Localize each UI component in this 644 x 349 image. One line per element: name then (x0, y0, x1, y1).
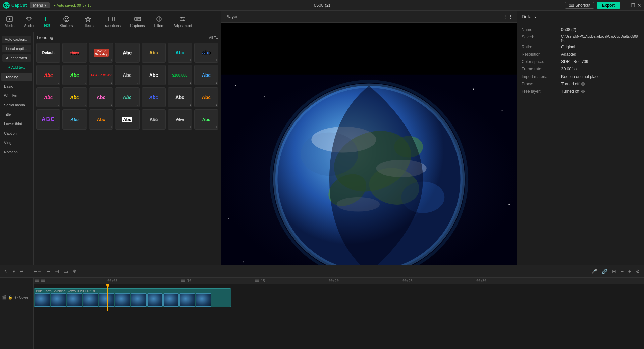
text-item-money[interactable]: $100,000 ↓ (168, 65, 192, 85)
ruler-mark-4: 00:20 (329, 279, 339, 283)
text-item-abc2[interactable]: Abc ↓ (142, 43, 166, 63)
frame-5 (99, 293, 114, 307)
svg-point-19 (183, 19, 184, 21)
text-item-abc1[interactable]: Abc ↓ (115, 43, 139, 63)
text-item-abc4[interactable]: Abc ↓ (194, 43, 218, 63)
sidebar-item-lower-third[interactable]: Lower third (1, 120, 32, 128)
freelayer-label: Free layer: (522, 89, 558, 94)
ruler-mark-2: 00:10 (181, 279, 191, 283)
text-item-ticker[interactable]: TICKER NEWS ↓ (89, 65, 113, 85)
text-item-abc8[interactable]: Abc ↓ (142, 65, 166, 85)
export-button[interactable]: Export (597, 2, 620, 9)
link-button[interactable]: 🔗 (600, 268, 609, 275)
player-menu-icon[interactable]: ⋮⋮ (504, 14, 513, 19)
text-preview: Abc (70, 72, 79, 78)
text-item-ABC6[interactable]: Abc ↓ (168, 109, 192, 130)
tool-media[interactable]: Media (0, 14, 19, 29)
undo-button[interactable]: ↩ (18, 268, 25, 275)
text-item-abc5[interactable]: Abc ↓ (36, 65, 60, 85)
text-item-nice-day[interactable]: HAVE ANice day ↓ (89, 43, 113, 63)
tl-right-controls: 🎤 🔗 ⊞ − + ⚙ (590, 268, 641, 275)
sidebar-item-social-media[interactable]: Social media (1, 101, 32, 109)
download-icon: ↓ (58, 103, 60, 106)
svg-point-22 (235, 85, 236, 86)
colorspace-value: SDR - Rec.709 (561, 59, 639, 64)
tool-text-label: Text (43, 23, 50, 27)
filter-button[interactable]: All T≡ (209, 36, 218, 40)
tool-captions[interactable]: Captions (125, 14, 149, 29)
tool-adjustment[interactable]: Adjustment (169, 14, 197, 29)
text-preview: Abc (176, 117, 184, 122)
tool-text[interactable]: T Text (38, 14, 55, 29)
text-item-default[interactable]: Default (36, 43, 60, 63)
local-caption-button[interactable]: Local capti... (2, 45, 31, 52)
text-item-ABC7[interactable]: Abc ↓ (194, 109, 218, 130)
zoom-out-button[interactable]: − (620, 268, 625, 275)
text-item-abc15[interactable]: Abc ↓ (168, 87, 192, 107)
text-item-ABC2[interactable]: Abc ↓ (62, 109, 87, 130)
tool-filters[interactable]: Filters (149, 14, 169, 29)
video-clip[interactable]: Blue Earth Spinning Slowly 00:00:13:18 (34, 288, 231, 307)
text-items-grid: Default video ↓ HAVE ANice day ↓ Abc ↓ (36, 43, 218, 130)
restore-button[interactable]: ❐ (631, 3, 635, 8)
frame-3 (67, 293, 82, 307)
text-item-abc14[interactable]: Abc ↓ (142, 87, 166, 107)
freeze-button[interactable]: ❄ (71, 268, 78, 275)
close-button[interactable]: ✕ (637, 3, 641, 8)
download-icon: ↓ (137, 103, 139, 106)
text-item-video[interactable]: video ↓ (62, 43, 87, 63)
split-button[interactable]: ⊢⊣ (32, 268, 43, 275)
frame-6 (115, 293, 130, 307)
text-item-abc6[interactable]: Abc ↓ (62, 65, 87, 85)
text-item-abc16[interactable]: Abc ↓ (194, 87, 218, 107)
tool-transitions[interactable]: Transitions (98, 14, 125, 29)
crop-button[interactable]: ▭ (62, 268, 69, 275)
select-mode-button[interactable]: ▾ (11, 268, 16, 275)
tool-captions-label: Captions (130, 23, 145, 28)
tool-effects[interactable]: Effects (77, 14, 98, 29)
sidebar-item-caption[interactable]: Caption (1, 129, 32, 137)
download-icon: ↓ (111, 58, 112, 62)
text-item-ABC1[interactable]: ABC ↓ (36, 109, 60, 130)
text-item-abc7[interactable]: Abc ↓ (115, 65, 139, 85)
trim-right-button[interactable]: ⊣ (54, 268, 60, 275)
text-item-ABC5[interactable]: Abc ↓ (142, 109, 166, 130)
minimize-button[interactable]: — (624, 3, 629, 8)
text-item-abc13[interactable]: Abc ↓ (115, 87, 139, 107)
zoom-in-button[interactable]: + (627, 268, 632, 275)
trim-left-button[interactable]: ⊢ (45, 268, 52, 275)
sidebar-item-notation[interactable]: Notation (1, 148, 32, 156)
sidebar-item-vlog[interactable]: Vlog (1, 139, 32, 147)
shortcut-button[interactable]: ⌨ Shortcut (565, 2, 594, 9)
sidebar-item-basic[interactable]: Basic (1, 82, 32, 90)
text-item-abc10[interactable]: Abc ↓ (36, 87, 60, 107)
tool-audio[interactable]: Audio (19, 14, 38, 29)
download-icon: ↓ (216, 125, 218, 129)
settings-button[interactable]: ⚙ (634, 268, 641, 275)
snap-button[interactable]: ⊞ (611, 268, 618, 275)
saved-label: Saved: (522, 35, 558, 39)
text-item-ABC3[interactable]: Abc ↓ (89, 109, 113, 130)
auto-caption-button[interactable]: Auto caption... (2, 36, 31, 43)
sidebar-item-title[interactable]: Title (1, 110, 32, 118)
text-item-abc3[interactable]: Abc ↓ (168, 43, 192, 63)
text-item-abc9[interactable]: Abc ↓ (194, 65, 218, 85)
tool-stickers[interactable]: Stickers (55, 14, 77, 29)
audio-record-button[interactable]: 🎤 (590, 268, 598, 275)
video-track: Blue Earth Spinning Slowly 00:00:13:18 (34, 284, 644, 311)
ratio-label: Ratio: (522, 45, 558, 49)
text-preview: Abc (70, 95, 79, 100)
menu-button[interactable]: Menu ▾ (30, 2, 49, 8)
download-icon: ↓ (137, 58, 139, 62)
timeline-main-area[interactable]: 00:00 00:05 00:10 00:15 00:20 00:25 00:3… (34, 278, 644, 349)
text-item-ABC4[interactable]: Abc ↓ (115, 109, 139, 130)
ai-generated-button[interactable]: AI generated (2, 54, 31, 62)
text-item-abc11[interactable]: Abc ↓ (62, 87, 87, 107)
add-text-button[interactable]: + Add text (2, 64, 31, 71)
download-icon: ↓ (216, 81, 218, 84)
text-item-abc12[interactable]: Abc ↓ (89, 87, 113, 107)
select-tool-button[interactable]: ↖ (3, 268, 9, 275)
sidebar-item-wordart[interactable]: WordArt (1, 92, 32, 100)
sidebar-item-trending[interactable]: Trending (1, 73, 32, 81)
ruler-mark-3: 00:15 (255, 279, 265, 283)
